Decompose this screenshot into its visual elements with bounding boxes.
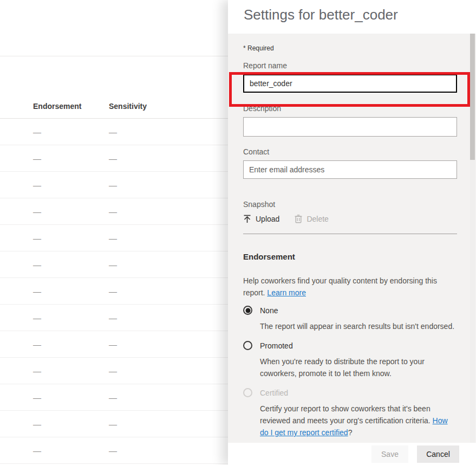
table-cell: — <box>109 340 185 349</box>
table-cell: — <box>109 446 185 455</box>
settings-panel-body: * Required Report name Description Conta… <box>228 34 476 443</box>
column-header-endorsement[interactable]: Endorsement <box>33 102 109 111</box>
radio-promoted[interactable] <box>243 341 252 350</box>
snapshot-label: Snapshot <box>243 200 461 209</box>
table-cell: — <box>33 260 109 269</box>
table-cell: — <box>109 419 185 429</box>
table-cell: — <box>33 234 109 243</box>
contact-label: Contact <box>243 147 461 156</box>
table-cell: — <box>109 234 185 243</box>
table-cell: — <box>109 287 185 296</box>
upload-arrow-icon <box>243 215 251 223</box>
table-cell: — <box>33 154 109 163</box>
table-cell: — <box>109 207 185 216</box>
table-row: —— <box>0 305 228 331</box>
table-row: —— <box>0 198 228 225</box>
table-cell: — <box>109 154 185 163</box>
table-row: —— <box>0 384 228 411</box>
settings-panel-header: Settings for better_coder <box>228 0 476 34</box>
table-top-divider <box>0 56 228 56</box>
table-cell: — <box>109 313 185 322</box>
certified-description-suffix: ? <box>348 428 353 437</box>
table-row: —— <box>0 119 228 145</box>
radio-certified <box>243 388 252 397</box>
table-body: —————————————————————————— <box>0 119 228 464</box>
cancel-button[interactable]: Cancel <box>417 445 459 463</box>
table-cell: — <box>33 180 109 190</box>
section-divider <box>243 234 457 234</box>
contact-input[interactable] <box>243 160 457 179</box>
table-cell: — <box>33 419 109 429</box>
table-row: —— <box>0 225 228 251</box>
endorsement-help-text: Help coworkers find your quality content… <box>243 275 452 299</box>
table-cell: — <box>33 207 109 216</box>
radio-none[interactable] <box>243 306 252 315</box>
radio-certified-label: Certified <box>260 389 288 397</box>
endorsement-option-none: None The report will appear in search re… <box>243 306 461 332</box>
endorsement-option-promoted: Promoted When you're ready to distribute… <box>243 341 461 379</box>
table-cell: — <box>33 287 109 296</box>
screen: Endorsement Sensitivity ————————————————… <box>0 0 476 465</box>
radio-certified-row: Certified <box>243 388 461 397</box>
radio-promoted-label: Promoted <box>260 341 293 350</box>
table-cell: — <box>109 260 185 269</box>
table-row: —— <box>0 437 228 464</box>
table-cell: — <box>33 313 109 322</box>
table-cell: — <box>109 393 185 402</box>
table-row: —— <box>0 145 228 172</box>
endorsement-option-certified: Certified Certify your report to show co… <box>243 388 461 438</box>
settings-panel-footer: Save Cancel <box>228 443 476 465</box>
delete-button-label: Delete <box>307 215 328 223</box>
upload-button[interactable]: Upload <box>243 215 279 223</box>
column-header-sensitivity[interactable]: Sensitivity <box>109 102 185 111</box>
table-cell: — <box>33 446 109 455</box>
panel-scrollbar[interactable] <box>470 34 475 443</box>
table-cell: — <box>33 340 109 349</box>
panel-scrollbar-thumb[interactable] <box>470 34 475 160</box>
table-cell: — <box>33 366 109 376</box>
required-note: * Required <box>243 44 461 52</box>
endorsement-heading: Endorsement <box>243 252 461 261</box>
panel-title: Settings for better_coder <box>244 7 398 23</box>
table-header-row: Endorsement Sensitivity <box>0 102 228 111</box>
table-cell: — <box>109 366 185 376</box>
save-button[interactable]: Save <box>371 445 408 463</box>
description-label: Description <box>243 104 461 113</box>
reports-table-background: Endorsement Sensitivity ————————————————… <box>0 0 228 465</box>
radio-none-label: None <box>260 306 278 315</box>
table-row: —— <box>0 358 228 384</box>
radio-promoted-row[interactable]: Promoted <box>243 341 461 350</box>
delete-button: Delete <box>295 215 328 223</box>
table-row: —— <box>0 411 228 437</box>
settings-panel: Settings for better_coder * Required Rep… <box>228 0 476 465</box>
table-row: —— <box>0 331 228 358</box>
trash-icon <box>295 215 302 223</box>
description-input[interactable] <box>243 117 457 137</box>
table-cell: — <box>33 393 109 402</box>
report-name-label: Report name <box>243 61 461 70</box>
radio-none-row[interactable]: None <box>243 306 461 315</box>
upload-button-label: Upload <box>256 215 279 223</box>
table-cell: — <box>33 127 109 137</box>
none-description: The report will appear in search results… <box>260 320 455 332</box>
certified-description-text: Certify your report to show coworkers th… <box>260 404 433 425</box>
learn-more-link[interactable]: Learn more <box>267 288 306 297</box>
report-name-input[interactable] <box>243 74 457 93</box>
certified-description: Certify your report to show coworkers th… <box>260 403 455 438</box>
promoted-description: When you're ready to distribute the repo… <box>260 356 455 379</box>
table-cell: — <box>109 127 185 137</box>
snapshot-actions: Upload Delete <box>243 215 461 223</box>
table-cell: — <box>109 180 185 190</box>
table-row: —— <box>0 251 228 278</box>
table-row: —— <box>0 172 228 198</box>
table-row: —— <box>0 278 228 305</box>
